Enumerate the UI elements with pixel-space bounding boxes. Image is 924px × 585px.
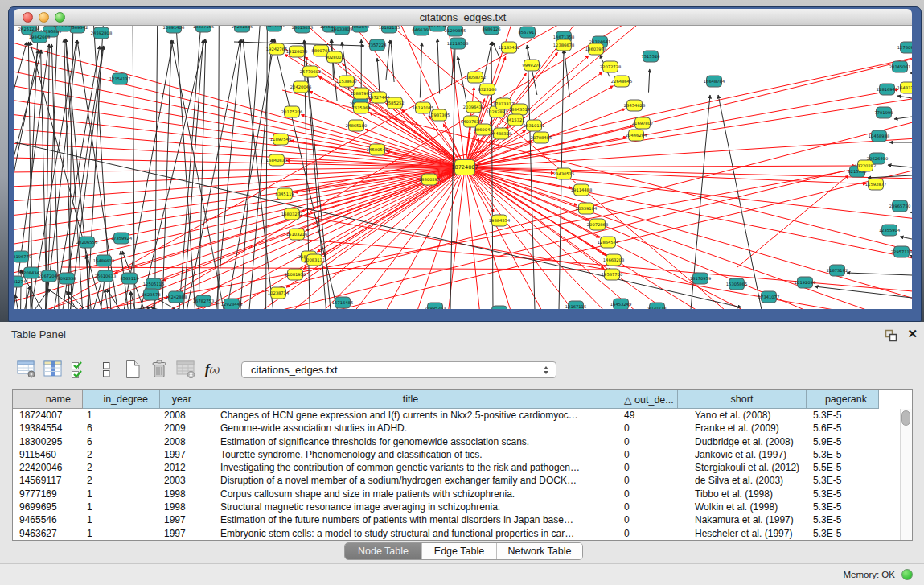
graph-node-label: 8986126 [482, 27, 500, 31]
graph-edge[interactable] [14, 167, 465, 201]
graph-edge[interactable] [888, 165, 912, 167]
graph-edge[interactable] [894, 117, 912, 119]
column-header-title[interactable]: title [203, 390, 618, 409]
graph-edge[interactable] [465, 98, 912, 167]
column-header-year[interactable]: year [160, 390, 203, 409]
row-height-icon[interactable] [96, 359, 117, 380]
table-cell: 14569117 [13, 474, 83, 487]
scrollbar-thumb[interactable] [901, 410, 910, 426]
graph-node-label: 24592808 [91, 31, 112, 35]
float-panel-icon[interactable] [885, 329, 897, 342]
graph-edge[interactable] [900, 237, 912, 239]
table-row[interactable]: 977716911998Corpus callosum shape and si… [13, 488, 899, 501]
graph-node-label: 15486615 [93, 258, 114, 263]
column-header-out_de[interactable]: △ out_de... [618, 390, 678, 409]
network-canvas[interactable]: 2425122412295889163693422459280819842668… [14, 26, 912, 309]
graph-edge[interactable] [391, 40, 394, 82]
graph-edge[interactable] [30, 42, 101, 309]
new-table-icon[interactable] [122, 359, 143, 380]
graph-edge[interactable] [386, 40, 390, 80]
graph-edge[interactable] [62, 267, 612, 270]
table-cell: Nakamura et al. (1997) [678, 513, 807, 526]
table-cell: 22420046 [13, 461, 83, 474]
graph-edge[interactable] [171, 40, 224, 309]
graph-edge[interactable] [331, 39, 337, 101]
table-row[interactable]: 1872400712008Changes of HCN gene express… [13, 409, 899, 422]
graph-edge[interactable] [847, 273, 912, 275]
table-row[interactable]: 946554611997Estimation of the future num… [13, 513, 899, 526]
table-row[interactable]: 1938455462009Genome-wide association stu… [13, 422, 899, 435]
function-builder-icon[interactable]: f(x) [202, 359, 223, 380]
table-cell: 0 [618, 435, 678, 448]
table-selector-combo[interactable]: citations_edges.txt [241, 361, 556, 378]
graph-edge[interactable] [133, 26, 134, 309]
table-vertical-scrollbar[interactable] [900, 409, 912, 540]
column-header-name[interactable]: name [13, 390, 83, 409]
table-row[interactable]: 969969511998Structural magnetic resonanc… [13, 501, 899, 513]
select-rows-icon[interactable] [69, 359, 90, 380]
graph-edge[interactable] [737, 175, 848, 267]
graph-node-label: 17833317 [493, 101, 514, 106]
graph-edge[interactable] [303, 167, 465, 270]
table-panel: Table Panel ✕ [0, 322, 924, 585]
table-cell: 6 [83, 435, 160, 448]
graph-edge[interactable] [179, 26, 201, 309]
graph-edge[interactable] [318, 76, 465, 167]
graph-edge[interactable] [302, 167, 465, 212]
close-panel-icon[interactable]: ✕ [907, 327, 918, 341]
graph-edge[interactable] [649, 69, 650, 93]
network-window-titlebar[interactable]: citations_edges.txt [14, 9, 912, 26]
graph-edge[interactable] [30, 167, 465, 309]
graph-node-label: 15103216 [286, 232, 307, 237]
table-header-row: namein_degreeyeartitle△ out_de...shortpa… [13, 390, 899, 409]
delete-column-icon[interactable] [175, 359, 196, 380]
tab-edge-table[interactable]: Edge Table [422, 543, 497, 559]
graph-node-label: 16782753 [193, 299, 214, 303]
graph-node-label: 22072728 [600, 64, 621, 69]
graph-edge[interactable] [416, 167, 465, 309]
table-row[interactable]: 946362711997Embryonic stem cells: a mode… [13, 527, 899, 540]
table-cell: 1998 [160, 488, 203, 501]
graph-edge[interactable] [465, 166, 856, 167]
graph-edge[interactable] [176, 26, 195, 309]
table-row[interactable]: 2242004622012Investigating the contribut… [13, 461, 899, 474]
network-svg[interactable]: 2425122412295889163693422459280819842668… [14, 26, 912, 309]
graph-node-label: 24500546 [367, 147, 388, 152]
graph-edge[interactable] [107, 289, 120, 309]
graph-edge[interactable] [155, 26, 158, 309]
graph-node-label: 8345119 [275, 192, 294, 196]
table-settings-icon[interactable] [16, 359, 37, 380]
graph-edge[interactable] [21, 270, 22, 309]
column-header-pagerank[interactable]: pagerank [807, 390, 879, 409]
graph-edge[interactable] [199, 39, 206, 309]
graph-edge[interactable] [15, 295, 18, 309]
column-header-short[interactable]: short [678, 390, 807, 409]
tab-network-table[interactable]: Network Table [497, 543, 582, 559]
node-table: namein_degreeyeartitle△ out_de...shortpa… [12, 389, 913, 541]
graph-node-label: 8092338 [57, 276, 76, 281]
graph-edge[interactable] [216, 39, 241, 309]
graph-edge[interactable] [482, 42, 491, 88]
graph-edge[interactable] [465, 167, 818, 309]
graph-edge[interactable] [282, 171, 845, 309]
column-header-in_degree[interactable]: in_degree [83, 390, 160, 409]
table-row[interactable]: 911546021997Tourette syndrome. Phenomeno… [13, 448, 899, 461]
graph-edge[interactable] [25, 286, 31, 309]
table-cell: Franke et al. (2009) [678, 422, 807, 435]
table-cell: 49 [618, 409, 678, 422]
tab-node-table[interactable]: Node Table [345, 543, 422, 559]
table-cell: de Silva et al. (2003) [678, 474, 807, 487]
graph-node-label: 14671358 [553, 35, 574, 39]
graph-edge[interactable] [897, 96, 912, 98]
delete-table-icon[interactable] [149, 359, 170, 380]
graph-edge[interactable] [234, 42, 364, 46]
table-row[interactable]: 1830029562008Estimation of significance … [13, 435, 899, 448]
graph-edge[interactable] [26, 26, 39, 309]
graph-edge[interactable] [305, 40, 326, 309]
graph-edge[interactable] [815, 286, 912, 298]
graph-node-label: 16648784 [704, 79, 725, 84]
column-selector-icon[interactable] [43, 359, 64, 380]
graph-node-label: 7701999 [874, 110, 893, 115]
graph-edge[interactable] [266, 26, 268, 309]
table-row[interactable]: 1456911722003Disruption of a novel membe… [13, 474, 899, 487]
